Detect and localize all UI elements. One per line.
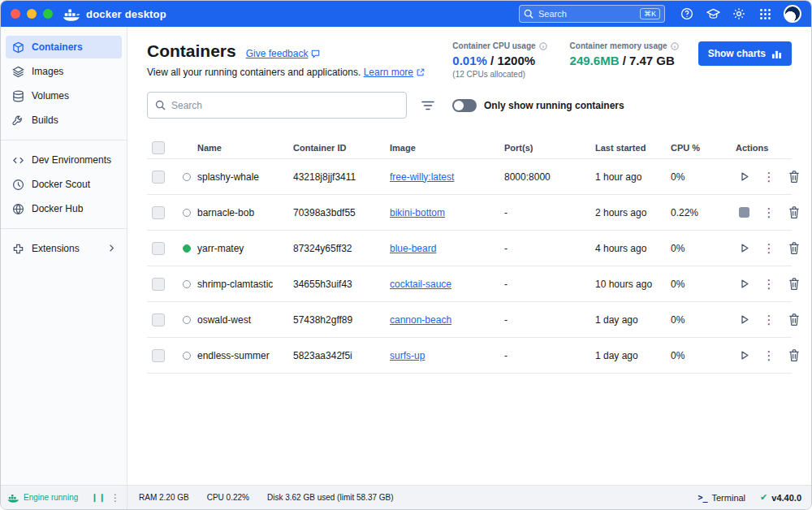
sidebar-item-label: Containers (32, 41, 83, 53)
container-name: oswald-west (197, 314, 251, 326)
ram-usage: RAM 2.20 GB (139, 493, 189, 502)
column-header-container-id[interactable]: Container ID (283, 143, 380, 153)
row-checkbox[interactable] (152, 242, 165, 255)
table-row[interactable]: oswald-west 57438h2gff89 cannon-beach - … (147, 302, 792, 338)
filter-icon[interactable] (420, 98, 436, 113)
column-header-image[interactable]: Image (380, 143, 495, 153)
terminal-button[interactable]: >_ Terminal (698, 493, 745, 503)
image-link[interactable]: blue-beard (390, 243, 436, 254)
delete-button[interactable] (786, 240, 802, 257)
image-link[interactable]: cannon-beach (390, 314, 451, 326)
select-all-checkbox[interactable] (152, 141, 165, 154)
docker-desktop-window: docker desktop Search ⌘K (0, 0, 812, 510)
sidebar-item-docker-hub[interactable]: Docker Hub (6, 197, 122, 220)
settings-gear-icon[interactable] (732, 6, 746, 21)
running-only-toggle[interactable] (452, 99, 477, 112)
sidebar-item-containers[interactable]: Containers (6, 36, 122, 58)
user-avatar[interactable] (784, 5, 801, 23)
info-icon[interactable] (539, 42, 547, 50)
info-icon[interactable] (671, 42, 679, 50)
learning-center-icon[interactable] (706, 6, 720, 21)
container-id: 57438h2gff89 (283, 314, 380, 326)
engine-status: Engine running ❙❙ ⋮ (1, 486, 127, 509)
row-menu-button[interactable]: ⋮ (761, 348, 777, 364)
version-status[interactable]: ✔ v4.40.0 (760, 492, 801, 503)
delete-button[interactable] (786, 312, 802, 328)
disk-usage: Disk 3.62 GB used (limit 58.37 GB) (267, 493, 394, 502)
help-icon[interactable] (680, 6, 694, 21)
delete-button[interactable] (786, 348, 802, 364)
container-cpu: 0% (661, 171, 726, 183)
row-checkbox[interactable] (152, 313, 165, 326)
zoom-window-button[interactable] (43, 9, 53, 19)
table-row[interactable]: shrimp-clamtastic 34655h3uif43 cocktail-… (147, 266, 792, 302)
start-stop-button[interactable] (736, 240, 752, 257)
image-link[interactable]: free-willy:latest (390, 171, 454, 183)
row-menu-button[interactable]: ⋮ (761, 276, 777, 292)
cpu-used-value: 0.01% (452, 54, 487, 67)
container-name: endless-summer (197, 350, 270, 361)
memory-used-value: 249.6MB (570, 54, 620, 67)
engine-menu-icon[interactable]: ⋮ (110, 492, 120, 504)
container-status-dot (183, 209, 191, 217)
container-id: 43218j8jjf3411 (283, 171, 380, 183)
column-header-ports[interactable]: Port(s) (495, 143, 585, 153)
table-row[interactable]: endless-summer 5823aa342f5i surfs-up - 1… (147, 338, 792, 374)
container-cpu: 0% (661, 279, 726, 290)
column-header-last-started[interactable]: Last started (585, 143, 661, 153)
container-search-input[interactable] (171, 100, 399, 111)
sidebar-item-extensions[interactable]: Extensions (6, 237, 122, 260)
row-menu-button[interactable]: ⋮ (761, 205, 777, 221)
column-header-cpu[interactable]: CPU % (661, 143, 726, 153)
minimize-window-button[interactable] (27, 9, 37, 19)
page-title: Containers (147, 41, 236, 61)
start-stop-button[interactable] (736, 312, 752, 328)
sidebar-divider (1, 228, 127, 229)
start-stop-button[interactable] (736, 169, 752, 185)
containers-table: Name Container ID Image Port(s) Last sta… (147, 136, 792, 374)
close-window-button[interactable] (11, 9, 20, 19)
play-icon (738, 313, 750, 326)
delete-button[interactable] (786, 276, 802, 292)
image-link[interactable]: surfs-up (390, 350, 425, 361)
row-checkbox[interactable] (152, 349, 165, 362)
table-row[interactable]: barnacle-bob 70398a3bdf55 bikini-bottom … (147, 195, 792, 231)
image-link[interactable]: bikini-bottom (390, 207, 445, 218)
search-shortcut-badge: ⌘K (640, 8, 660, 19)
start-stop-button[interactable] (736, 276, 752, 292)
sidebar-item-images[interactable]: Images (6, 60, 122, 83)
global-search[interactable]: Search ⌘K (519, 5, 665, 23)
give-feedback-link[interactable]: Give feedback (246, 48, 321, 59)
table-row[interactable]: yarr-matey 87324y65ff32 blue-beard - 4 h… (147, 231, 792, 266)
table-header-row: Name Container ID Image Port(s) Last sta… (147, 136, 792, 159)
sidebar-item-volumes[interactable]: Volumes (6, 84, 122, 107)
row-checkbox[interactable] (152, 206, 165, 219)
row-menu-button[interactable]: ⋮ (761, 169, 777, 185)
sidebar-item-dev-environments[interactable]: Dev Environments (6, 149, 122, 171)
delete-button[interactable] (786, 205, 802, 221)
learn-more-link[interactable]: Learn more (364, 67, 425, 78)
show-charts-button[interactable]: Show charts (698, 41, 792, 66)
sidebar-item-builds[interactable]: Builds (6, 109, 122, 132)
image-link[interactable]: cocktail-sauce (390, 279, 451, 290)
pause-engine-icon[interactable]: ❙❙ (91, 493, 106, 502)
macos-traffic-lights (11, 9, 53, 19)
start-stop-button[interactable] (736, 205, 752, 221)
engine-status-label: Engine running (24, 493, 78, 502)
volumes-icon (12, 90, 24, 102)
container-last-started: 1 day ago (585, 350, 661, 361)
row-checkbox[interactable] (152, 171, 165, 184)
column-header-name[interactable]: Name (183, 143, 283, 153)
row-menu-button[interactable]: ⋮ (761, 312, 777, 328)
apps-grid-icon[interactable] (758, 6, 772, 21)
delete-button[interactable] (786, 169, 802, 185)
learn-more-label: Learn more (364, 67, 413, 78)
trash-icon (788, 313, 800, 326)
table-row[interactable]: splashy-whale 43218j8jjf3411 free-willy:… (147, 159, 792, 195)
row-checkbox[interactable] (152, 278, 165, 291)
sidebar-item-docker-scout[interactable]: Docker Scout (6, 173, 122, 196)
play-icon (738, 242, 750, 254)
start-stop-button[interactable] (736, 348, 752, 364)
chart-icon (771, 49, 782, 59)
row-menu-button[interactable]: ⋮ (761, 240, 777, 257)
